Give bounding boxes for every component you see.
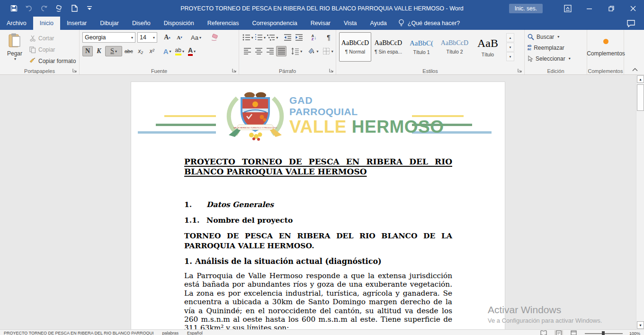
- italic-button[interactable]: K: [94, 46, 104, 56]
- tab-dibujar[interactable]: Dibujar: [93, 17, 125, 30]
- underline-button[interactable]: S▾: [105, 46, 122, 56]
- text-effects-button[interactable]: A▾: [162, 46, 173, 56]
- align-center-button[interactable]: [253, 46, 264, 56]
- font-family-combo[interactable]: Georgia▾: [82, 32, 135, 43]
- tab-vista[interactable]: Vista: [337, 17, 364, 30]
- minimize-button[interactable]: [579, 0, 600, 17]
- tab-ayuda[interactable]: Ayuda: [364, 17, 394, 30]
- borders-button[interactable]: ▾: [322, 46, 334, 56]
- status-language[interactable]: Español: [187, 331, 203, 335]
- shrink-font-button[interactable]: A▾: [174, 32, 185, 43]
- style-normal[interactable]: AaBbCcD ¶ Normal: [339, 32, 371, 62]
- collapse-ribbon-icon[interactable]: [630, 66, 640, 73]
- logo-line-left-yellow: [164, 115, 216, 117]
- clear-formatting-button[interactable]: [209, 32, 220, 43]
- shading-button[interactable]: ▾: [307, 46, 319, 56]
- change-case-button[interactable]: Aa▾: [189, 32, 203, 43]
- status-word-count[interactable]: palabras: [162, 331, 179, 335]
- heading-datos-generales: 1.Datos Generales: [184, 200, 452, 209]
- tab-insertar[interactable]: Insertar: [60, 17, 93, 30]
- eraser-icon[interactable]: [55, 4, 63, 13]
- logo-wordmark: GAD PARROQUIAL VALLE HERMOSO: [289, 95, 444, 136]
- read-mode-icon[interactable]: [539, 330, 548, 335]
- zoom-slider[interactable]: [585, 333, 623, 334]
- tab-inicio[interactable]: Inicio: [33, 17, 60, 30]
- zoom-level[interactable]: 100%: [629, 331, 640, 335]
- paste-button[interactable]: Pegar ▾: [3, 32, 27, 66]
- select-button[interactable]: Seleccionar▾: [528, 54, 585, 63]
- tab-archivo[interactable]: Archivo: [0, 17, 33, 30]
- replace-button[interactable]: abac Reemplazar: [528, 43, 585, 53]
- paragraph-torneo: TORNEO DE PESCA EN RIBERA DEL RIO BLANCO…: [184, 231, 452, 251]
- show-marks-button[interactable]: ¶: [323, 32, 334, 43]
- style-titulo-1[interactable]: AaBbC( Título 1: [405, 32, 438, 62]
- font-color-button[interactable]: A▾: [187, 46, 197, 56]
- bold-button[interactable]: N: [82, 46, 93, 56]
- signin-button[interactable]: Inic. ses.: [509, 4, 543, 13]
- tab-correspondencia[interactable]: Correspondencia: [245, 17, 304, 30]
- strikethrough-button[interactable]: abc: [123, 46, 134, 56]
- justify-button[interactable]: [276, 46, 286, 56]
- tell-me-box[interactable]: ¿Qué desea hacer?: [394, 17, 465, 30]
- tab-referencias[interactable]: Referencias: [201, 17, 246, 30]
- scroll-down-icon[interactable]: ▼: [637, 321, 644, 329]
- decrease-indent-button[interactable]: [283, 32, 293, 43]
- quick-access-toolbar: [0, 4, 94, 13]
- find-button[interactable]: Buscar▾: [528, 32, 585, 42]
- styles-gallery-more-icon[interactable]: ▾: [506, 52, 514, 61]
- zoom-slider-handle[interactable]: [602, 331, 605, 335]
- heading-analisis: 1.Análisis de la situación actual (diagn…: [184, 257, 452, 266]
- grow-font-button[interactable]: A▴: [162, 32, 172, 43]
- undo-icon: [25, 4, 33, 13]
- multilevel-list-button[interactable]: ▾: [267, 32, 278, 43]
- font-size-combo[interactable]: 14▾: [137, 32, 157, 43]
- scroll-up-icon[interactable]: ▲: [637, 75, 644, 83]
- save-icon[interactable]: [9, 4, 18, 13]
- bullets-button[interactable]: ▾: [242, 32, 253, 43]
- feedback-icon[interactable]: [622, 17, 639, 30]
- activate-windows-watermark: Activar Windows Ve a Configuración para …: [488, 304, 602, 324]
- style-titulo-2[interactable]: AaBbCcD Título 2: [438, 32, 471, 62]
- tab-diseno[interactable]: Diseño: [125, 17, 157, 30]
- format-painter-button[interactable]: Copiar formato: [29, 56, 76, 66]
- group-estilos: AaBbCcD ¶ Normal AaBbCcD ¶ Sin espa... A…: [336, 30, 525, 74]
- tab-revisar[interactable]: Revisar: [304, 17, 337, 30]
- customize-qat-icon[interactable]: [85, 4, 94, 13]
- document-canvas: VALLE HERMOSO TURISTICO Y PRODUCTIVO GAD…: [0, 75, 644, 329]
- close-button[interactable]: [622, 0, 644, 17]
- sort-button[interactable]: AZ ↓: [309, 32, 319, 43]
- ribbon-display-options-icon[interactable]: [557, 0, 579, 17]
- addins-dot-icon[interactable]: [603, 39, 608, 44]
- highlight-button[interactable]: ab▾: [174, 46, 186, 56]
- paste-caret-icon[interactable]: ▾: [14, 57, 16, 61]
- new-document-icon[interactable]: [70, 4, 79, 13]
- print-layout-icon[interactable]: [555, 330, 563, 335]
- superscript-button[interactable]: x²: [147, 46, 157, 56]
- subscript-button[interactable]: x₂: [135, 46, 146, 56]
- word-window: PROYECTO TORNEO DE PESCA EN RIBERA DEL R…: [0, 0, 644, 335]
- ribbon-tab-row: Archivo Inicio Insertar Dibujar Diseño D…: [0, 17, 644, 30]
- scrollbar-thumb[interactable]: [637, 84, 644, 111]
- logo-line-left-green: [156, 124, 216, 126]
- increase-indent-button[interactable]: [294, 32, 304, 43]
- addins-button[interactable]: Complementos: [587, 50, 625, 57]
- group-complementos: Complementos Complementos: [587, 30, 624, 74]
- line-spacing-button[interactable]: ▾: [291, 46, 303, 56]
- redo-icon: [40, 4, 48, 13]
- numbering-button[interactable]: ▾: [254, 32, 266, 43]
- clipboard-icon: [9, 33, 21, 49]
- styles-scroll-up-icon[interactable]: ▴: [506, 33, 514, 42]
- style-titulo[interactable]: AaB Título: [472, 32, 504, 62]
- vertical-scrollbar[interactable]: ▲ ▼: [636, 75, 644, 329]
- align-right-button[interactable]: [265, 46, 275, 56]
- tab-disposicion[interactable]: Disposición: [157, 17, 201, 30]
- status-document-text: PROYECTO TORNEO DE PESCA EN RIBERA DEL R…: [4, 331, 154, 335]
- restore-button[interactable]: [600, 0, 622, 17]
- addins-group-label: Complementos: [587, 68, 624, 74]
- styles-scroll-down-icon[interactable]: ▾: [506, 43, 514, 52]
- logo-hermoso: HERMOSO: [352, 117, 444, 136]
- style-sin-espaciado[interactable]: AaBbCcD ¶ Sin espa...: [372, 32, 404, 62]
- web-layout-icon[interactable]: [570, 330, 578, 335]
- align-left-button[interactable]: [242, 46, 252, 56]
- document-page[interactable]: VALLE HERMOSO TURISTICO Y PRODUCTIVO GAD…: [131, 81, 505, 329]
